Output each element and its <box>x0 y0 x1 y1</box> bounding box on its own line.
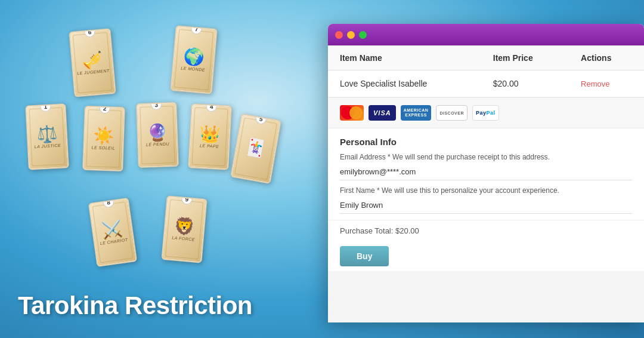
col-header-item-name: Item Name <box>328 46 481 70</box>
card-label-3: LE PENDU <box>146 142 169 146</box>
tarot-card-7: 7 🌍 LE MONDE <box>170 25 217 94</box>
paypal-icon: PayPal <box>472 105 499 121</box>
item-action[interactable]: Remove <box>569 70 644 97</box>
buy-button[interactable]: Buy <box>340 246 389 266</box>
payment-icons-row: VISA AMERICANEXPRESS DISCOVER PayPal <box>328 97 644 128</box>
card-label-4: LE PAPE <box>200 143 219 149</box>
discover-icon: DISCOVER <box>436 105 467 121</box>
tarot-card-5: 5 🃏 <box>230 113 281 184</box>
browser-content: Item Name Item Price Actions Love Specia… <box>328 45 644 271</box>
card-figure-5: 🃏 <box>244 138 268 158</box>
tarot-card-4: 4 👑 LE PAPE <box>188 103 232 170</box>
tarot-card-8: 8 ⚔️ LE CHARIOT <box>88 198 137 267</box>
card-label-6: LE JUGEMENT <box>77 68 110 75</box>
window-close-button[interactable] <box>335 31 343 39</box>
browser-titlebar <box>328 24 644 45</box>
card-figure-2: ☀️ <box>93 127 114 145</box>
col-header-item-price: Item Price <box>481 46 569 70</box>
card-label-1: LA JUSTICE <box>34 143 61 148</box>
card-figure-8: ⚔️ <box>101 220 124 239</box>
card-label-7: LE MONDE <box>181 66 205 72</box>
visa-icon: VISA <box>369 105 396 121</box>
buy-button-row: Buy <box>328 241 644 271</box>
card-label-2: LE SOLEIL <box>92 145 116 150</box>
card-figure-3: 🔮 <box>147 124 168 141</box>
col-header-actions: Actions <box>569 46 644 70</box>
tarot-card-3: 3 🔮 LE PENDU <box>136 102 179 168</box>
card-figure-4: 👑 <box>199 125 221 143</box>
first-name-label: First Name * We will use this to persona… <box>340 186 632 195</box>
left-panel: 6 🎺 LE JUGEMENT 7 🌍 LE MONDE 1 ⚖️ LA JUS… <box>0 0 340 338</box>
card-figure-1: ⚖️ <box>36 125 58 143</box>
window-minimize-button[interactable] <box>347 31 355 39</box>
tarot-card-9: 9 🦁 LA FORCE <box>161 195 207 263</box>
personal-info-title: Personal Info <box>340 137 632 147</box>
window-maximize-button[interactable] <box>359 31 367 39</box>
personal-info-section: Personal Info Email Address * We will se… <box>328 128 644 220</box>
card-figure-7: 🌍 <box>183 48 205 66</box>
card-figure-6: 🎺 <box>81 51 103 69</box>
page-title: Tarokina Restriction <box>18 291 252 320</box>
item-price: $20.00 <box>481 70 569 97</box>
amex-icon: AMERICANEXPRESS <box>401 105 432 121</box>
email-input[interactable] <box>340 164 632 180</box>
remove-button[interactable]: Remove <box>581 79 609 88</box>
tarot-card-2: 2 ☀️ LE SOLEIL <box>82 106 125 171</box>
purchase-total: Purchase Total: $20.00 <box>328 220 644 241</box>
card-label-9: LA FORCE <box>172 235 195 241</box>
cart-table: Item Name Item Price Actions Love Specia… <box>328 45 644 97</box>
browser-window: Item Name Item Price Actions Love Specia… <box>328 24 644 322</box>
mastercard-icon <box>340 105 364 121</box>
item-name: Love Specialist Isabelle <box>328 70 481 97</box>
card-figure-9: 🦁 <box>174 217 196 236</box>
cart-row: Love Specialist Isabelle $20.00 Remove <box>328 70 644 97</box>
tarot-card-6: 6 🎺 LE JUGEMENT <box>69 28 116 97</box>
email-label: Email Address * We will send the purchas… <box>340 153 632 161</box>
card-label-8: LE CHARIOT <box>100 237 128 245</box>
tarot-card-1: 1 ⚖️ LA JUSTICE <box>25 103 69 170</box>
first-name-input[interactable] <box>340 197 632 214</box>
